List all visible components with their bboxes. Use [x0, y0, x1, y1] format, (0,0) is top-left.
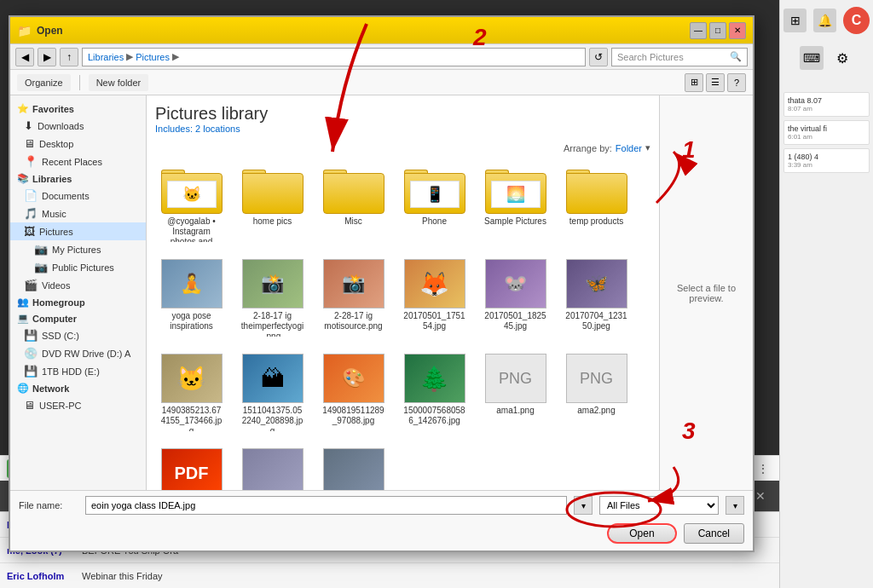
search-placeholder: Search Pictures: [617, 52, 684, 62]
sidebar-item-videos[interactable]: 🎬 Videos: [10, 276, 146, 294]
filename-dropdown-button[interactable]: ▾: [574, 496, 593, 515]
view-grid-button[interactable]: ⊞: [685, 73, 703, 92]
user-avatar[interactable]: C: [843, 7, 870, 34]
breadcrumb-pictures[interactable]: Pictures: [136, 52, 170, 62]
apps-icon[interactable]: ⊞: [783, 9, 807, 32]
file-ama2[interactable]: PNG ama2.png: [560, 349, 633, 435]
file-lake[interactable]: 🏔 1511041375.052240_208898.jpg: [236, 349, 309, 435]
sidebar-item-ssd[interactable]: 💾 SSD (C:): [10, 326, 146, 344]
sidebar-item-documents[interactable]: 📄 Documents: [10, 187, 146, 205]
folder-phone[interactable]: 📱 Phone: [398, 160, 471, 246]
dialog-main: Pictures library Includes: 2 locations A…: [147, 95, 753, 490]
sidebar-item-pictures[interactable]: 🖼 Pictures: [10, 222, 146, 240]
dvd-label: DVD RW Drive (D:) A: [42, 349, 130, 359]
more-options-icon[interactable]: ⋮: [754, 460, 772, 477]
sidebar-network-header[interactable]: 🌐 Network: [10, 380, 146, 396]
file-misc1[interactable]: [236, 444, 309, 490]
favorites-label: Favorites: [32, 104, 74, 114]
file-ig1[interactable]: 📸 2-18-17 ig theimperfectyogi.png: [236, 255, 309, 341]
dialog-content: ⭐ Favorites ⬇ Downloads 🖥 Desktop 📍 Rece…: [10, 95, 753, 490]
preview-panel: Select a file to preview.: [659, 95, 753, 490]
filetype-select[interactable]: All Files: [599, 496, 719, 515]
file-yoga-pose[interactable]: 🧘 yoga pose inspirations: [155, 255, 228, 341]
minimize-dialog-button[interactable]: —: [690, 22, 707, 39]
sidebar-item-downloads[interactable]: ⬇ Downloads: [10, 117, 146, 135]
sidebar-item-desktop[interactable]: 🖥 Desktop: [10, 135, 146, 153]
file-photo1[interactable]: 🦊 20170501_175154.jpg: [398, 255, 471, 341]
taskbar-item-3[interactable]: Eric Lofholm Webinar this Friday: [0, 563, 779, 588]
file-area: Pictures library Includes: 2 locations A…: [147, 95, 659, 490]
help-button[interactable]: ?: [727, 73, 746, 92]
cancel-button[interactable]: Cancel: [684, 523, 744, 544]
breadcrumb-libraries[interactable]: Libraries: [88, 52, 124, 62]
file-photo1-label: 20170501_175154.jpg: [402, 311, 466, 331]
file-misc2[interactable]: [317, 444, 390, 490]
sidebar-item-music[interactable]: 🎵 Music: [10, 205, 146, 222]
close-compose-icon[interactable]: ✕: [752, 487, 769, 504]
folder-misc-label: Misc: [344, 216, 362, 227]
filetype-dropdown-button[interactable]: ▾: [726, 496, 744, 515]
file-forest[interactable]: 🌲 15000075680586_142676.jpg: [398, 349, 471, 435]
arrange-value[interactable]: Folder: [616, 143, 642, 153]
sidebar-item-userpc[interactable]: 🖥 USER-PC: [10, 396, 146, 414]
new-folder-button[interactable]: New folder: [89, 74, 149, 91]
file-ama1[interactable]: PNG ama1.png: [479, 349, 552, 435]
refresh-button[interactable]: ↺: [589, 48, 608, 66]
notif-time-2: 6:01 am: [788, 133, 865, 141]
file-ig2[interactable]: 📸 2-28-17 ig motisource.png: [317, 255, 390, 341]
sidebar-item-public-pictures[interactable]: 📷 Public Pictures: [10, 258, 146, 276]
view-list-button[interactable]: ☰: [706, 73, 725, 92]
arrange-row: Arrange by: Folder ▾: [155, 142, 650, 153]
folder-cyogalab[interactable]: 🐱 @cyogalab • Instagram photos and video…: [155, 160, 228, 246]
library-header: Pictures library Includes: 2 locations: [155, 104, 650, 134]
file-ama1-label: ama1.png: [496, 406, 534, 416]
keyboard-icon[interactable]: ⌨: [800, 46, 824, 70]
sidebar-item-my-pictures[interactable]: 📷 My Pictures: [10, 240, 146, 258]
sidebar-computer-header[interactable]: 💻 Computer: [10, 310, 146, 326]
file-photo3[interactable]: 🦋 20170704_123150.jpeg: [560, 255, 633, 341]
arrange-chevron-icon[interactable]: ▾: [645, 142, 650, 153]
folder-misc[interactable]: Misc: [317, 160, 390, 246]
filename-input[interactable]: [85, 496, 567, 515]
back-button[interactable]: ◀: [15, 48, 34, 66]
open-button[interactable]: Open: [607, 523, 676, 544]
dialog-bottom: File name: ▾ All Files ▾ Open Cancel: [10, 490, 753, 551]
up-button[interactable]: ↑: [60, 48, 78, 66]
sidebar-item-dvd[interactable]: 💿 DVD RW Drive (D:) A: [10, 344, 146, 362]
sidebar-homegroup-header[interactable]: 👥 Homegroup: [10, 294, 146, 310]
file-cat2[interactable]: 🐱 1490385213.674155_173466.jpg: [155, 349, 228, 435]
settings-icon[interactable]: ⚙: [830, 46, 854, 70]
notif-item-3[interactable]: 1 (480) 4 3:39 am: [783, 148, 870, 173]
notif-item-2[interactable]: the virtual fi 6:01 am: [783, 120, 870, 145]
sidebar-favorites-header[interactable]: ⭐ Favorites: [10, 101, 146, 117]
maximize-dialog-button[interactable]: □: [709, 22, 726, 39]
sidebar-item-hdd[interactable]: 💾 1TB HDD (E:): [10, 362, 146, 380]
bell-icon[interactable]: 🔔: [813, 9, 836, 32]
sidebar-item-recent[interactable]: 📍 Recent Places: [10, 153, 146, 170]
search-bar[interactable]: Search Pictures 🔍: [611, 48, 748, 66]
documents-icon: 📄: [24, 189, 38, 202]
forward-button[interactable]: ▶: [38, 48, 56, 66]
dialog-toolbar: Organize New folder ⊞ ☰ ?: [10, 70, 753, 95]
folder-home-pics-label: home pics: [253, 216, 292, 227]
file-photo2[interactable]: 🐭 20170501_182545.jpg: [479, 255, 552, 341]
folder-sample-pictures[interactable]: 🌅 Sample Pictures: [479, 160, 552, 246]
action-row: Open Cancel: [10, 520, 753, 551]
file-grid: 🐱 @cyogalab • Instagram photos and video…: [155, 160, 650, 490]
close-dialog-button[interactable]: ✕: [729, 22, 746, 39]
notif-item-1[interactable]: thata 8.07 8:07 am: [783, 92, 870, 117]
folder-temp-products[interactable]: temp products: [560, 160, 633, 246]
file-ig1-label: 2-18-17 ig theimperfectyogi.png: [240, 311, 304, 337]
sidebar-libraries-header[interactable]: 📚 Libraries: [10, 170, 146, 187]
folder-home-pics[interactable]: home pics: [236, 160, 309, 246]
search-icon: 🔍: [730, 51, 742, 62]
includes-count-link[interactable]: 2 locations: [195, 124, 240, 134]
filename-row: File name: ▾ All Files ▾: [10, 491, 753, 520]
organize-button[interactable]: Organize: [17, 74, 71, 91]
folder-phone-icon: 📱: [404, 164, 465, 214]
downloads-label: Downloads: [38, 121, 84, 131]
notification-list: thata 8.07 8:07 am the virtual fi 6:01 a…: [783, 92, 870, 176]
file-color[interactable]: 🎨 1490819511289_97088.jpg: [317, 349, 390, 435]
my-pictures-label: My Pictures: [52, 245, 101, 255]
file-pdf[interactable]: PDF PDF: [155, 444, 228, 490]
